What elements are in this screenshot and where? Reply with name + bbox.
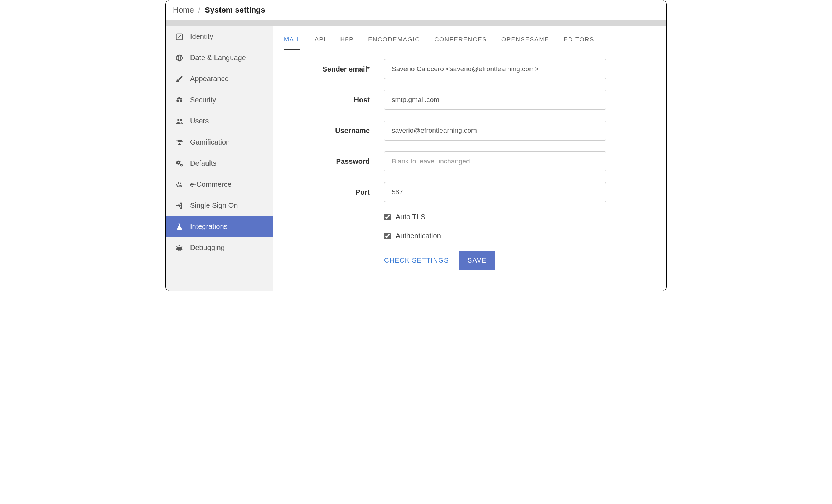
auto-tls-label: Auto TLS bbox=[396, 213, 425, 221]
breadcrumb-separator: / bbox=[198, 5, 200, 14]
tab-opensesame[interactable]: OPENSESAME bbox=[501, 33, 549, 50]
username-field[interactable] bbox=[384, 121, 606, 141]
sender-email-label: Sender email* bbox=[284, 65, 384, 73]
port-field[interactable] bbox=[384, 182, 606, 202]
breadcrumb: Home / System settings bbox=[166, 0, 666, 20]
sidebar-item-integrations[interactable]: Integrations bbox=[166, 216, 273, 237]
users-icon bbox=[174, 117, 184, 125]
tab-mail[interactable]: MAIL bbox=[284, 33, 300, 50]
sidebar-item-security[interactable]: Security bbox=[166, 89, 273, 111]
main-panel: MAIL API H5P ENCODEMAGIC CONFERENCES OPE… bbox=[273, 26, 666, 291]
svg-point-1 bbox=[177, 119, 179, 121]
tab-editors[interactable]: EDITORS bbox=[563, 33, 594, 50]
sender-email-field[interactable] bbox=[384, 59, 606, 79]
bug-icon bbox=[174, 244, 184, 252]
tab-h5p[interactable]: H5P bbox=[340, 33, 354, 50]
tab-conferences[interactable]: CONFERENCES bbox=[434, 33, 487, 50]
divider-bar bbox=[166, 20, 666, 26]
sidebar-item-label: Identity bbox=[190, 33, 213, 41]
sidebar-item-identity[interactable]: Identity bbox=[166, 26, 273, 47]
edit-square-icon bbox=[174, 33, 184, 41]
tab-api[interactable]: API bbox=[315, 33, 326, 50]
tabs: MAIL API H5P ENCODEMAGIC CONFERENCES OPE… bbox=[273, 26, 666, 50]
page-title: System settings bbox=[205, 5, 265, 14]
authentication-checkbox[interactable] bbox=[384, 233, 391, 239]
sidebar-item-appearance[interactable]: Appearance bbox=[166, 68, 273, 89]
sidebar-item-label: Debugging bbox=[190, 244, 225, 252]
sidebar-item-label: e-Commerce bbox=[190, 180, 232, 189]
save-button[interactable]: SAVE bbox=[459, 251, 495, 270]
authentication-label: Authentication bbox=[396, 232, 441, 240]
svg-point-2 bbox=[180, 119, 182, 121]
breadcrumb-home[interactable]: Home bbox=[173, 5, 194, 14]
sidebar-item-label: Gamification bbox=[190, 138, 230, 146]
globe-icon bbox=[174, 54, 184, 62]
mail-form: Sender email* Host Username bbox=[273, 50, 666, 281]
host-label: Host bbox=[284, 96, 384, 104]
sidebar-item-debugging[interactable]: Debugging bbox=[166, 237, 273, 258]
signin-icon bbox=[174, 202, 184, 210]
auto-tls-checkbox[interactable] bbox=[384, 214, 391, 220]
password-field[interactable] bbox=[384, 151, 606, 171]
password-label: Password bbox=[284, 157, 384, 166]
host-field[interactable] bbox=[384, 90, 606, 110]
username-label: Username bbox=[284, 127, 384, 135]
sidebar-item-label: Users bbox=[190, 117, 209, 125]
sidebar-item-label: Appearance bbox=[190, 75, 229, 83]
port-label: Port bbox=[284, 188, 384, 196]
sidebar-item-label: Date & Language bbox=[190, 54, 246, 62]
sidebar: Identity Date & Language Appearance bbox=[166, 26, 273, 291]
gears-icon bbox=[174, 160, 184, 167]
sidebar-item-label: Defaults bbox=[190, 159, 216, 167]
sidebar-item-users[interactable]: Users bbox=[166, 111, 273, 132]
sidebar-item-defaults[interactable]: Defaults bbox=[166, 153, 273, 174]
brush-icon bbox=[174, 75, 184, 83]
basket-icon bbox=[174, 181, 184, 189]
sidebar-item-label: Security bbox=[190, 96, 216, 104]
trophy-icon bbox=[174, 138, 184, 146]
sidebar-item-label: Integrations bbox=[190, 222, 228, 231]
spy-icon bbox=[174, 96, 184, 104]
sidebar-item-gamification[interactable]: Gamification bbox=[166, 132, 273, 153]
check-settings-button[interactable]: CHECK SETTINGS bbox=[384, 256, 449, 264]
flask-icon bbox=[174, 223, 184, 231]
sidebar-item-ecommerce[interactable]: e-Commerce bbox=[166, 174, 273, 195]
tab-encodemagic[interactable]: ENCODEMAGIC bbox=[368, 33, 420, 50]
sidebar-item-sso[interactable]: Single Sign On bbox=[166, 195, 273, 216]
sidebar-item-label: Single Sign On bbox=[190, 201, 238, 210]
sidebar-item-date-language[interactable]: Date & Language bbox=[166, 47, 273, 68]
